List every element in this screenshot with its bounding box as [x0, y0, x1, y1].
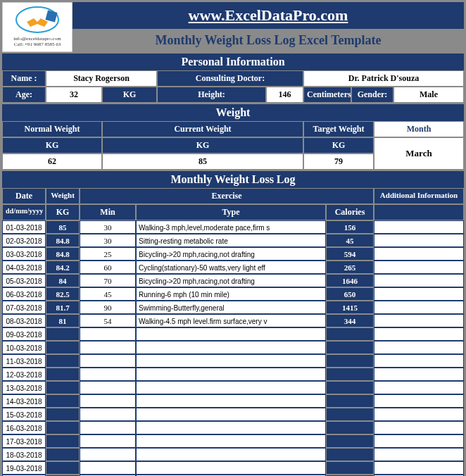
cell-type[interactable] — [136, 421, 326, 434]
cell-calories[interactable]: 265 — [326, 261, 374, 274]
cell-weight[interactable] — [46, 461, 80, 475]
cell-min[interactable] — [80, 327, 136, 341]
cell-calories[interactable] — [326, 421, 374, 434]
cell-date[interactable]: 12-03-2018 — [2, 368, 46, 381]
cell-date[interactable]: 06-03-2018 — [2, 287, 46, 301]
cell-calories[interactable] — [326, 327, 374, 341]
cell-min[interactable]: 54 — [80, 314, 136, 327]
cell-additional[interactable] — [374, 408, 464, 421]
cell-type[interactable]: Walking-3 mph,level,moderate pace,firm s — [136, 220, 326, 234]
cell-date[interactable]: 14-03-2018 — [2, 394, 46, 408]
current-weight-value[interactable]: 85 — [102, 154, 303, 170]
cell-additional[interactable] — [374, 301, 464, 314]
cell-weight[interactable]: 82.5 — [46, 287, 80, 301]
cell-weight[interactable]: 84.8 — [46, 247, 80, 261]
month-value[interactable]: March — [374, 137, 464, 170]
cell-type[interactable] — [136, 434, 326, 448]
cell-type[interactable]: Bicycling->20 mph,racing,not drafting — [136, 274, 326, 287]
cell-additional[interactable] — [374, 247, 464, 261]
cell-weight[interactable] — [46, 354, 80, 368]
cell-additional[interactable] — [374, 394, 464, 408]
cell-min[interactable]: 70 — [80, 274, 136, 287]
cell-additional[interactable] — [374, 448, 464, 461]
doctor-value[interactable]: Dr. Patrick D'souza — [303, 70, 464, 87]
cell-additional[interactable] — [374, 234, 464, 247]
cell-min[interactable]: 25 — [80, 247, 136, 261]
cell-date[interactable]: 19-03-2018 — [2, 461, 46, 475]
cell-additional[interactable] — [374, 314, 464, 327]
cell-calories[interactable]: 45 — [326, 234, 374, 247]
cell-date[interactable]: 13-03-2018 — [2, 381, 46, 394]
cell-calories[interactable] — [326, 341, 374, 354]
cell-min[interactable] — [80, 381, 136, 394]
cell-calories[interactable]: 594 — [326, 247, 374, 261]
cell-date[interactable]: 17-03-2018 — [2, 434, 46, 448]
age-value[interactable]: 32 — [46, 87, 102, 103]
cell-min[interactable] — [80, 341, 136, 354]
cell-date[interactable]: 02-03-2018 — [2, 234, 46, 247]
cell-weight[interactable]: 85 — [46, 220, 80, 234]
cell-calories[interactable]: 1415 — [326, 301, 374, 314]
cell-weight[interactable] — [46, 421, 80, 434]
cell-calories[interactable] — [326, 408, 374, 421]
cell-type[interactable] — [136, 341, 326, 354]
cell-additional[interactable] — [374, 354, 464, 368]
cell-type[interactable] — [136, 381, 326, 394]
cell-min[interactable]: 30 — [80, 234, 136, 247]
cell-date[interactable]: 07-03-2018 — [2, 301, 46, 314]
cell-type[interactable] — [136, 327, 326, 341]
cell-calories[interactable]: 156 — [326, 220, 374, 234]
cell-weight[interactable]: 81.7 — [46, 301, 80, 314]
cell-weight[interactable] — [46, 448, 80, 461]
site-url-link[interactable]: www.ExcelDataPro.com — [73, 2, 464, 29]
cell-calories[interactable] — [326, 461, 374, 475]
cell-calories[interactable] — [326, 394, 374, 408]
cell-type[interactable] — [136, 461, 326, 475]
cell-min[interactable] — [80, 354, 136, 368]
cell-min[interactable] — [80, 394, 136, 408]
cell-min[interactable]: 45 — [80, 287, 136, 301]
cell-calories[interactable]: 1646 — [326, 274, 374, 287]
cell-additional[interactable] — [374, 327, 464, 341]
cell-weight[interactable]: 84 — [46, 274, 80, 287]
cell-additional[interactable] — [374, 461, 464, 475]
cell-type[interactable]: Walking-4.5 mph level.firm surface,very … — [136, 314, 326, 327]
cell-weight[interactable] — [46, 341, 80, 354]
cell-min[interactable] — [80, 368, 136, 381]
cell-type[interactable]: Cycling(stationary)-50 watts,very light … — [136, 261, 326, 274]
cell-additional[interactable] — [374, 274, 464, 287]
cell-additional[interactable] — [374, 381, 464, 394]
cell-calories[interactable] — [326, 354, 374, 368]
cell-date[interactable]: 08-03-2018 — [2, 314, 46, 327]
cell-calories[interactable] — [326, 448, 374, 461]
cell-date[interactable]: 05-03-2018 — [2, 274, 46, 287]
cell-type[interactable]: Running-6 mph (10 min mile) — [136, 287, 326, 301]
cell-calories[interactable] — [326, 434, 374, 448]
cell-date[interactable]: 04-03-2018 — [2, 261, 46, 274]
cell-type[interactable] — [136, 408, 326, 421]
cell-weight[interactable] — [46, 327, 80, 341]
cell-date[interactable]: 10-03-2018 — [2, 341, 46, 354]
cell-min[interactable] — [80, 461, 136, 475]
cell-type[interactable]: Bicycling->20 mph,racing,not drafting — [136, 247, 326, 261]
cell-min[interactable] — [80, 434, 136, 448]
cell-weight[interactable] — [46, 394, 80, 408]
cell-min[interactable]: 90 — [80, 301, 136, 314]
name-value[interactable]: Stacy Rogerson — [46, 70, 157, 87]
cell-date[interactable]: 16-03-2018 — [2, 421, 46, 434]
cell-date[interactable]: 09-03-2018 — [2, 327, 46, 341]
target-weight-value[interactable]: 79 — [303, 154, 374, 170]
cell-type[interactable] — [136, 354, 326, 368]
cell-type[interactable] — [136, 448, 326, 461]
cell-additional[interactable] — [374, 368, 464, 381]
cell-weight[interactable] — [46, 434, 80, 448]
cell-weight[interactable]: 81 — [46, 314, 80, 327]
normal-weight-value[interactable]: 62 — [2, 154, 102, 170]
cell-min[interactable]: 30 — [80, 220, 136, 234]
cell-additional[interactable] — [374, 421, 464, 434]
cell-calories[interactable] — [326, 368, 374, 381]
cell-additional[interactable] — [374, 261, 464, 274]
cell-date[interactable]: 01-03-2018 — [2, 220, 46, 234]
cell-date[interactable]: 15-03-2018 — [2, 408, 46, 421]
cell-min[interactable]: 60 — [80, 261, 136, 274]
